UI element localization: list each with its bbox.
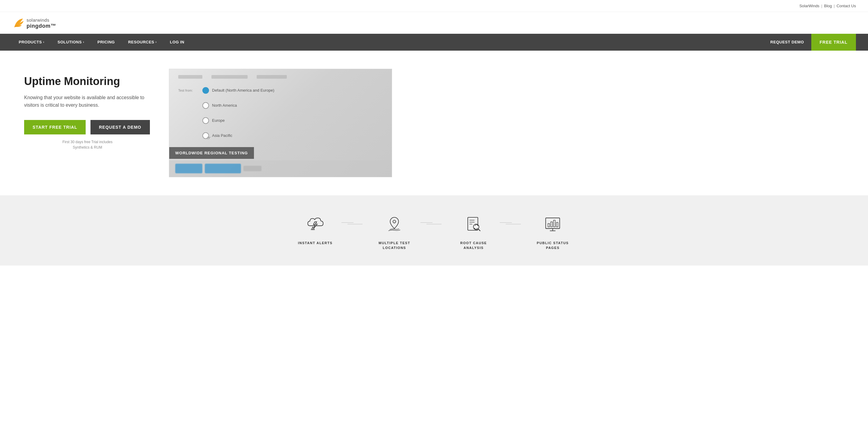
feature-root-cause: ROOT CAUSE ANALYSIS bbox=[441, 214, 506, 251]
nav-right: REQUEST DEMO FREE TRIAL bbox=[763, 34, 856, 51]
logo-container[interactable]: solarwinds pingdom™ bbox=[12, 18, 856, 30]
nav-solutions[interactable]: SOLUTIONS › bbox=[51, 34, 91, 51]
feature-divider-3 bbox=[506, 224, 521, 224]
logo-pingdom: pingdom™ bbox=[27, 23, 56, 30]
mockup-row-4: ☞ Asia Pacific bbox=[178, 130, 383, 141]
features-section: INSTANT ALERTS MULTIPLE TEST LOCATIONS bbox=[0, 195, 868, 266]
nav-pricing[interactable]: PRICING bbox=[91, 34, 122, 51]
status-pages-label: PUBLIC STATUS PAGES bbox=[537, 240, 569, 251]
trial-note: First 30 days free Trial includes Synthe… bbox=[24, 139, 151, 150]
solutions-chevron-icon: › bbox=[83, 40, 84, 44]
svg-point-1 bbox=[312, 229, 313, 229]
hero-image: Test from: Default (North America and Eu… bbox=[169, 69, 392, 177]
start-free-trial-button[interactable]: START FREE TRIAL bbox=[24, 120, 86, 134]
feature-multiple-locations: MULTIPLE TEST LOCATIONS bbox=[363, 214, 427, 251]
multiple-locations-icon-container bbox=[384, 214, 405, 234]
mockup-row-2: North America bbox=[178, 100, 383, 111]
nav-resources[interactable]: RESOURCES › bbox=[122, 34, 163, 51]
nav-request-demo-button[interactable]: REQUEST DEMO bbox=[763, 34, 811, 51]
solarwinds-bird-icon bbox=[12, 18, 24, 29]
logo-bar: solarwinds pingdom™ bbox=[0, 12, 868, 34]
mockup-blue-btn-2 bbox=[205, 164, 241, 173]
resources-chevron-icon: › bbox=[156, 40, 157, 44]
nav-left: PRODUCTS › SOLUTIONS › PRICING RESOURCES… bbox=[12, 34, 763, 51]
top-bar: SolarWinds | Blog | Contact Us bbox=[0, 0, 868, 12]
alert-cloud-icon bbox=[306, 214, 325, 234]
separator-2: | bbox=[834, 4, 835, 8]
nav-login[interactable]: LOG IN bbox=[163, 34, 191, 51]
svg-rect-10 bbox=[548, 224, 550, 227]
nav-products[interactable]: PRODUCTS › bbox=[12, 34, 51, 51]
root-cause-icon-container bbox=[463, 214, 484, 234]
chart-icon bbox=[543, 214, 562, 234]
logo-solarwinds: solarwinds bbox=[27, 18, 56, 23]
mockup-row-3: Europe bbox=[178, 115, 383, 126]
regional-testing-label: WORLDWIDE REGIONAL TESTING bbox=[169, 147, 254, 159]
features-grid: INSTANT ALERTS MULTIPLE TEST LOCATIONS bbox=[283, 214, 585, 251]
top-links: SolarWinds | Blog | Contact Us bbox=[799, 4, 856, 8]
location-pin-icon bbox=[384, 214, 404, 234]
svg-rect-11 bbox=[551, 222, 553, 227]
instant-alerts-icon-container bbox=[305, 214, 326, 234]
mockup-row-1: Test from: Default (North America and Eu… bbox=[178, 85, 383, 96]
hero-right: Test from: Default (North America and Eu… bbox=[169, 69, 856, 177]
feature-divider-1 bbox=[347, 224, 363, 224]
main-nav: PRODUCTS › SOLUTIONS › PRICING RESOURCES… bbox=[0, 34, 868, 51]
instant-alerts-label: INSTANT ALERTS bbox=[298, 240, 333, 246]
hero-buttons: START FREE TRIAL REQUEST A DEMO bbox=[24, 120, 151, 134]
svg-line-8 bbox=[478, 229, 480, 231]
mockup-bottom-bar bbox=[169, 160, 392, 177]
status-pages-icon-container bbox=[542, 214, 563, 234]
hero-left: Uptime Monitoring Knowing that your webs… bbox=[24, 69, 151, 150]
separator-1: | bbox=[821, 4, 822, 8]
mockup-blue-btn-1 bbox=[175, 164, 203, 173]
feature-divider-2 bbox=[427, 224, 441, 224]
hero-section: Uptime Monitoring Knowing that your webs… bbox=[0, 51, 868, 195]
root-cause-label: ROOT CAUSE ANALYSIS bbox=[460, 240, 487, 251]
analysis-icon bbox=[464, 214, 484, 234]
products-chevron-icon: › bbox=[43, 40, 44, 44]
multiple-locations-label: MULTIPLE TEST LOCATIONS bbox=[378, 240, 410, 251]
svg-rect-12 bbox=[554, 220, 556, 227]
nav-free-trial-button[interactable]: FREE TRIAL bbox=[811, 34, 856, 51]
hero-title: Uptime Monitoring bbox=[24, 75, 151, 88]
feature-status-pages: PUBLIC STATUS PAGES bbox=[521, 214, 585, 251]
blog-link[interactable]: Blog bbox=[824, 4, 832, 8]
contact-us-link[interactable]: Contact Us bbox=[837, 4, 856, 8]
hero-description: Knowing that your website is available a… bbox=[24, 94, 151, 109]
request-demo-button[interactable]: REQUEST A DEMO bbox=[91, 120, 150, 134]
logo-text: solarwinds pingdom™ bbox=[27, 18, 56, 30]
solarwinds-link[interactable]: SolarWinds bbox=[799, 4, 819, 8]
svg-point-2 bbox=[393, 220, 396, 223]
svg-rect-13 bbox=[556, 223, 558, 227]
feature-instant-alerts: INSTANT ALERTS bbox=[283, 214, 347, 246]
